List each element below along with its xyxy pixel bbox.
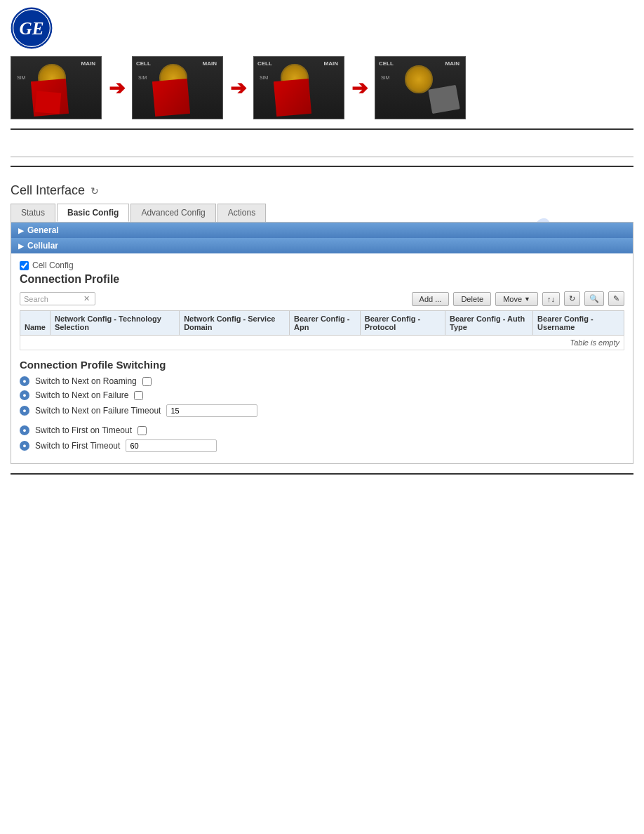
info-icon-failure[interactable]: ● [20, 390, 29, 400]
config-panel: ▶ General ▶ Cellular Cell Config Connect… [11, 222, 633, 464]
switch-label-failure-timeout: Switch to Next on Failure Timeout [35, 406, 161, 416]
search-clear-button[interactable]: ✕ [82, 294, 91, 303]
settings-icon: ✎ [613, 294, 619, 303]
switch-label-roaming: Switch to Next on Roaming [35, 376, 137, 386]
cell-config-checkbox[interactable] [20, 261, 29, 270]
switch-label-failure: Switch to Next on Failure [35, 390, 128, 400]
connection-profile-table: Name Network Config - Technology Selecti… [20, 310, 624, 350]
switching-title: Connection Profile Switching [20, 359, 624, 371]
content-area: manuialshive.com Cell Interface ↻ Status… [0, 169, 644, 464]
instruction-step-1: MAIN SIM [11, 56, 102, 119]
delete-button[interactable]: Delete [453, 292, 491, 306]
move-button[interactable]: Move ▼ [495, 292, 538, 306]
top-divider-thin [11, 157, 633, 157]
col-bearer-auth: Bearer Config - Auth Type [445, 311, 532, 336]
switch-row-first-timeout-value: ● Switch to First Timeout [20, 439, 624, 452]
table-empty-row: Table is empty [20, 336, 624, 350]
info-icon-roaming[interactable]: ● [20, 376, 29, 386]
label-main-1: MAIN [81, 60, 95, 67]
switch-row-first-timeout: ● Switch to First on Timeout [20, 425, 624, 435]
add-button[interactable]: Add ... [412, 292, 450, 306]
instruction-images-row: MAIN SIM ➔ CELL MAIN SIM ➔ CELL MAIN SIM… [0, 53, 644, 126]
search-box: ✕ [20, 292, 95, 305]
info-icon-first-timeout[interactable]: ● [20, 425, 29, 435]
label-cell-3: CELL [257, 60, 272, 67]
col-bearer-protocol: Bearer Config - Protocol [360, 311, 445, 336]
svg-text:GE: GE [20, 19, 44, 38]
col-bearer-apn: Bearer Config - Apn [289, 311, 360, 336]
bottom-divider [11, 473, 633, 475]
instruction-step-2: CELL MAIN SIM [132, 56, 223, 119]
label-sim-3: SIM [260, 75, 268, 80]
top-divider-thick [11, 128, 633, 130]
info-icon-failure-timeout[interactable]: ● [20, 406, 29, 416]
instruction-step-3: CELL MAIN SIM [253, 56, 344, 119]
label-cell-2: CELL [136, 60, 151, 67]
cell-config-row: Cell Config [20, 260, 624, 270]
label-main-3: MAIN [324, 60, 338, 67]
search-icon-button[interactable]: 🔍 [584, 291, 604, 306]
cellular-section-header: ▶ Cellular [11, 238, 633, 253]
arrow-2: ➔ [230, 77, 246, 100]
chart-icon: ↑↓ [547, 295, 555, 303]
blank-space-1 [11, 132, 633, 153]
header: GE [0, 0, 644, 53]
label-main-2: MAIN [203, 60, 217, 67]
tab-advanced-config[interactable]: Advanced Config [130, 204, 215, 222]
cell-interface-title: Cell Interface [11, 183, 85, 198]
label-cell-4: CELL [379, 60, 394, 67]
ge-logo: GE [11, 7, 53, 49]
chart-icon-button[interactable]: ↑↓ [542, 292, 560, 306]
general-collapse-icon[interactable]: ▶ [18, 227, 24, 234]
tab-status[interactable]: Status [11, 204, 55, 222]
switch-row-failure-timeout: ● Switch to Next on Failure Timeout [20, 404, 624, 417]
table-empty-text: Table is empty [20, 336, 624, 350]
label-sim-4: SIM [381, 75, 389, 80]
switch-row-failure: ● Switch to Next on Failure [20, 390, 624, 400]
switch-input-failure-timeout[interactable] [166, 404, 257, 417]
switch-label-first-timeout-value: Switch to First Timeout [35, 441, 120, 451]
tab-actions[interactable]: Actions [217, 204, 266, 222]
tab-basic-config[interactable]: Basic Config [57, 204, 129, 222]
col-network-domain: Network Config - Service Domain [180, 311, 290, 336]
switch-checkbox-roaming[interactable] [142, 377, 152, 386]
cell-interface-header: Cell Interface ↻ [11, 183, 633, 198]
settings-icon-button[interactable]: ✎ [608, 291, 624, 306]
info-icon-first-timeout-value[interactable]: ● [20, 441, 29, 451]
top-divider-thick-2 [11, 166, 633, 167]
switch-label-first-timeout: Switch to First on Timeout [35, 425, 132, 435]
cellular-collapse-icon[interactable]: ▶ [18, 242, 24, 250]
col-network-tech: Network Config - Technology Selection [50, 311, 179, 336]
switch-input-first-timeout[interactable] [126, 439, 217, 452]
col-name: Name [20, 311, 51, 336]
general-label: General [27, 225, 59, 235]
search-input[interactable] [24, 295, 80, 303]
connection-profile-title: Connection Profile [20, 273, 624, 286]
switch-checkbox-failure[interactable] [134, 391, 143, 400]
connection-profile-toolbar: ✕ Add ... Delete Move ▼ ↑↓ [20, 291, 624, 306]
search-icon: 🔍 [589, 294, 599, 303]
cell-config-label: Cell Config [32, 260, 74, 270]
cell-interface-refresh-icon[interactable]: ↻ [90, 185, 99, 197]
tab-bar: Status Basic Config Advanced Config Acti… [11, 204, 633, 222]
label-sim-2: SIM [138, 75, 147, 80]
connection-profile-switching: Connection Profile Switching ● Switch to… [20, 359, 624, 452]
refresh-icon: ↻ [569, 294, 575, 303]
arrow-1: ➔ [109, 77, 125, 100]
col-bearer-username: Bearer Config - Username [533, 311, 624, 336]
refresh-icon-button[interactable]: ↻ [564, 291, 580, 306]
label-sim-1: SIM [17, 75, 25, 80]
arrow-3: ➔ [351, 77, 368, 100]
instruction-step-4: CELL MAIN SIM [375, 56, 466, 119]
switch-row-roaming: ● Switch to Next on Roaming [20, 376, 624, 386]
cellular-content: Cell Config Connection Profile ✕ Add ... [11, 253, 633, 463]
switch-checkbox-first-timeout[interactable] [137, 426, 147, 435]
label-main-4: MAIN [445, 60, 459, 67]
general-section-header: ▶ General [11, 223, 633, 238]
cellular-label: Cellular [27, 241, 58, 251]
bottom-area [0, 464, 644, 484]
